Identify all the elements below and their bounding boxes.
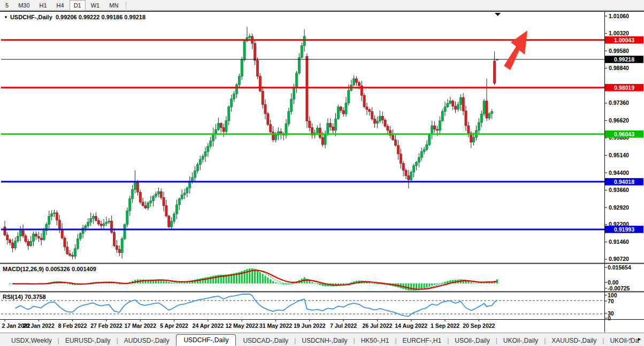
candle-body: [144, 206, 147, 209]
candle-body: [66, 247, 68, 254]
macd-histogram-bar: [436, 283, 438, 285]
candle-body: [272, 132, 274, 140]
candle-body: [121, 239, 123, 252]
macd-histogram-bar: [463, 280, 464, 283]
candle-body: [324, 134, 326, 145]
candle-body: [90, 219, 92, 222]
macd-axis-label: -0.00725: [608, 285, 630, 291]
candle-body: [366, 107, 368, 110]
candle-body: [415, 163, 417, 166]
macd-histogram-bar: [442, 282, 443, 283]
candle-body: [43, 230, 45, 240]
macd-histogram-bar: [278, 283, 279, 284]
candle-body: [214, 129, 217, 134]
candle-body: [439, 121, 441, 130]
candle-body: [186, 188, 188, 193]
candle-body: [256, 60, 258, 76]
macd-histogram-bar: [275, 282, 277, 283]
candle-body: [293, 88, 295, 99]
symbol-dropdown-icon[interactable]: ▼: [4, 15, 8, 20]
candle-body: [340, 107, 342, 111]
candle-body: [74, 249, 76, 256]
candle-body: [355, 79, 357, 82]
candle-body: [116, 245, 118, 249]
candle-body: [87, 222, 89, 226]
macd-histogram-bar: [257, 271, 258, 283]
chart-shift-marker-icon: [495, 13, 501, 16]
candle-body: [14, 241, 16, 248]
candle-body: [220, 124, 222, 128]
macd-histogram-bar: [374, 283, 375, 284]
candle-body: [35, 234, 37, 236]
candle-body: [264, 104, 266, 113]
date-axis-label: 26 Jul 2022: [362, 322, 392, 329]
candle-body: [348, 90, 350, 103]
candle-body: [4, 227, 6, 235]
candle-body: [303, 36, 305, 46]
price-axis-label: 1.00320: [609, 30, 629, 36]
macd-histogram-bar: [428, 283, 430, 287]
candle-body: [199, 159, 201, 165]
chart-plot: 1.010601.003200.995800.988400.973600.966…: [0, 0, 644, 346]
macd-histogram-bar: [410, 283, 412, 290]
candle-body: [371, 112, 373, 119]
candle-body: [288, 112, 290, 124]
trend-arrow-annotation[interactable]: [504, 30, 527, 70]
candle-body: [204, 151, 206, 156]
mt4-window: 5M30H1H4D1W1MN ▼USDCHF-,Daily 0.99206 0.…: [0, 0, 644, 346]
candle-body: [327, 124, 329, 134]
candle-body: [491, 112, 493, 114]
macd-histogram-bar: [434, 283, 435, 285]
candle-body: [95, 216, 97, 220]
candle-body: [235, 85, 237, 94]
candle-body: [76, 239, 79, 249]
candle-body: [319, 128, 321, 137]
candle-body: [452, 101, 454, 106]
candle-body: [53, 213, 55, 214]
candle-body: [384, 120, 386, 126]
macd-histogram-bar: [9, 283, 11, 284]
macd-histogram-bar: [431, 283, 433, 286]
candle-body: [457, 105, 459, 110]
macd-histogram-bar: [467, 281, 469, 283]
price-axis-label: 0.92920: [609, 204, 629, 211]
macd-histogram-bar: [163, 280, 165, 283]
candle-body: [126, 211, 128, 225]
date-axis-label: 1 Sep 2022: [431, 322, 459, 329]
candle-body: [160, 191, 162, 197]
macd-histogram-bar: [283, 283, 285, 285]
price-axis-label: 1.01060: [609, 13, 629, 19]
price-axis-label: 0.96620: [609, 117, 629, 124]
date-axis-label: 7 Jul 2022: [330, 322, 357, 329]
candle-body: [363, 95, 365, 107]
candle-body: [111, 221, 113, 232]
macd-histogram-bar: [377, 283, 378, 284]
candle-body: [381, 116, 384, 120]
candle-body: [27, 242, 29, 246]
macd-histogram-bar: [345, 283, 347, 284]
candle-body: [447, 103, 449, 107]
macd-histogram-bar: [476, 283, 477, 283]
macd-histogram-bar: [262, 274, 264, 283]
candle-body: [465, 111, 467, 126]
candle-body: [412, 166, 415, 172]
macd-histogram-bar: [176, 282, 178, 283]
candle-body: [175, 205, 178, 214]
candle-body: [358, 82, 360, 86]
candle-body: [30, 241, 32, 245]
date-axis-label: 12 May 2022: [226, 322, 258, 329]
candle-body: [152, 196, 154, 201]
candle-body: [72, 255, 74, 256]
candle-body: [100, 224, 102, 226]
candle-body: [17, 236, 19, 241]
candle-body: [459, 97, 462, 104]
price-axis-label: 0.97360: [609, 99, 629, 106]
date-axis-label: 8 Feb 2022: [58, 322, 87, 329]
macd-histogram-bar: [309, 281, 310, 283]
candle-body: [387, 126, 389, 130]
candle-body: [58, 220, 60, 229]
macd-histogram-bar: [254, 269, 256, 283]
candle-body: [85, 226, 87, 228]
candle-body: [108, 221, 110, 222]
candle-body: [373, 119, 375, 123]
